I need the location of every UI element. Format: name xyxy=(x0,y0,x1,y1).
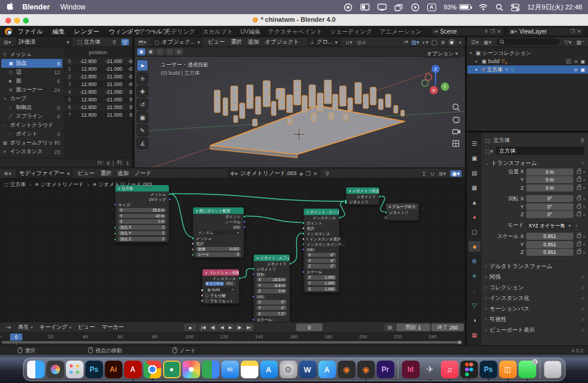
lock-icon[interactable] xyxy=(577,243,581,246)
measure-tool[interactable]: ∡ xyxy=(137,137,148,149)
editor-type-icon[interactable]: ☰▾ xyxy=(471,39,479,45)
frame-end-field[interactable]: 終了250 xyxy=(431,323,464,331)
apple-menu[interactable] xyxy=(7,2,14,12)
playback-button-0[interactable]: |◀ xyxy=(199,323,208,331)
node-tree-selector[interactable]: ❖▾ジオメトリノード.003 ◈ ❐ ✕ xyxy=(227,169,321,178)
workspace-tab-5[interactable]: シェーディング xyxy=(330,28,372,36)
table-row[interactable]: 4-12.800-21.0000 xyxy=(64,88,132,95)
value-field[interactable]: 0.951 xyxy=(526,249,573,256)
lock-icon[interactable] xyxy=(577,178,581,181)
value-field[interactable]: XYZ オイラー角▾ xyxy=(526,222,573,229)
app-launchpad[interactable] xyxy=(66,361,84,378)
lock-icon[interactable] xyxy=(577,213,581,216)
orientation-dropdown[interactable]: ⟂グロ...▾ xyxy=(307,38,341,47)
cursor-tool[interactable]: ✛ xyxy=(137,72,148,84)
value-field-Y[interactable]: Y0° xyxy=(257,306,287,311)
socket-in-empty[interactable] xyxy=(384,216,387,219)
data-tree-item-7[interactable]: ╱スプライン0 xyxy=(1,112,62,121)
workspace-tab-6[interactable]: アニメーション xyxy=(380,28,421,36)
properties-tab-particles[interactable]: ✳ xyxy=(469,270,480,281)
display-mode-icon[interactable]: ▣▾ xyxy=(483,39,491,45)
shading-solid-icon[interactable]: ⊕ xyxy=(441,39,446,45)
node-menu-3[interactable]: ノード xyxy=(135,170,152,177)
table-row[interactable]: 512.800-21.0000 xyxy=(64,95,132,103)
pin-icon[interactable]: ⚲ xyxy=(580,137,584,144)
viewport-menu-0[interactable]: ビュー xyxy=(208,38,225,46)
close-icon[interactable]: ✕ xyxy=(497,29,501,34)
socket-out-回転[interactable] xyxy=(243,226,246,229)
selectability-checkbox[interactable]: ✓ xyxy=(566,59,571,64)
timeline-ruler[interactable]: ‹ 020406080100120140160180200220240 0 xyxy=(0,333,465,345)
value-field-Z[interactable]: Z1.000 xyxy=(307,287,336,292)
playhead-frame-badge[interactable]: 0 xyxy=(10,334,22,341)
socket-in-子をリセット[interactable] xyxy=(201,299,204,302)
outliner-scene-collection[interactable]: ▾▣ シーンコレクション xyxy=(467,49,588,57)
value-field[interactable]: 0 m xyxy=(526,184,573,192)
camera-visibility-icon[interactable]: ▣ xyxy=(580,67,585,72)
rotate-tool[interactable]: ↺ xyxy=(137,98,148,110)
input-source-icon[interactable]: A xyxy=(427,4,436,11)
transform-panel-header[interactable]: ⌄ トランスフォーム ≡ xyxy=(485,159,584,168)
node-menu-2[interactable]: 追加 xyxy=(118,170,129,177)
data-tree-item-9[interactable]: ∵ポイント0 xyxy=(1,130,62,138)
select-invert-tool[interactable]: ⬚ xyxy=(165,48,174,55)
node-header[interactable]: ∨ 面にポイント配置 xyxy=(193,207,244,214)
properties-tab-physics[interactable]: ◌ xyxy=(469,285,480,296)
mode-dropdown[interactable]: ▢オブジェク...▾ xyxy=(151,38,203,47)
show-gizmo-icon[interactable]: 🞄▾ xyxy=(404,38,408,45)
properties-tab-object[interactable]: ■ xyxy=(469,241,480,252)
properties-tab-collection[interactable]: ▢ xyxy=(469,226,480,237)
node-distribute-points[interactable]: ∨ 面にポイント配置ポイントノーマル回転ランダム▾メッシュ選択密度0.010シー… xyxy=(192,207,244,258)
socket-in-ジオメトリ[interactable] xyxy=(344,199,347,204)
app-illustrator[interactable]: Ai xyxy=(105,361,122,378)
data-tree-item-6[interactable]: ○制御点0 xyxy=(1,103,62,112)
socket-in-サイズ:[interactable] xyxy=(114,203,117,206)
properties-tab-output[interactable]: ▤ xyxy=(469,167,480,178)
node-cube[interactable]: ∨ 立方体メッシュUVマップサイズ:X25.6 mY42 mZ1 m頂点 X2頂… xyxy=(115,184,170,243)
app-acrobat[interactable]: A xyxy=(124,361,142,378)
value-field-Z[interactable]: Z0° xyxy=(307,264,336,269)
viewport-menu-1[interactable]: 選択 xyxy=(231,38,242,46)
value-field-X[interactable]: X0° xyxy=(307,253,336,257)
socket-out-ジオメトリ[interactable] xyxy=(378,195,381,198)
app-classroom[interactable]: ☻ xyxy=(163,361,181,378)
viewlayer-name[interactable]: ViewLayer xyxy=(520,28,569,35)
data-tree-item-4[interactable]: ≋面コーナー24 xyxy=(1,85,62,94)
playback-button-5[interactable]: ▶| xyxy=(244,323,253,331)
value-field-X[interactable]: X0° xyxy=(257,300,287,305)
workspace-tab-3[interactable]: UV編集 xyxy=(241,28,261,36)
timeline-scrollbar[interactable] xyxy=(2,341,460,344)
value-field-Y[interactable]: Y42 m xyxy=(118,214,166,219)
panel-section-6[interactable]: ›ビューポート表示≡ xyxy=(485,325,584,335)
value-field-頂点 Y[interactable]: 頂点 Y2 xyxy=(118,231,166,236)
properties-tab-data[interactable]: ▽ xyxy=(469,300,480,311)
collection-field[interactable]: ▣ build✕ xyxy=(205,288,236,292)
workspace-tab-0[interactable]: レイアウト xyxy=(127,28,157,36)
socket-out-UVマップ[interactable] xyxy=(168,198,171,201)
app-meet[interactable] xyxy=(202,361,220,378)
node-header[interactable]: ∨ ポイント...タンス作成 xyxy=(304,209,339,215)
socket-in-選択[interactable] xyxy=(302,227,305,230)
breadcrumb-segment-2[interactable]: ❖ ジオメトリノード.003 xyxy=(92,181,152,189)
battery-icon[interactable]: 93% xyxy=(444,4,471,11)
select-extend-tool[interactable]: ▣ xyxy=(147,48,155,55)
topbar-menu-2[interactable]: レンダー xyxy=(74,28,99,36)
node-transform-geometry[interactable]: ∨ ジオメト...スフォームジオメトリジオメトリ移動:X-16.6 mY-6.8… xyxy=(253,254,290,322)
outliner-search-input[interactable] xyxy=(496,38,560,45)
app-rocket[interactable]: ✈ xyxy=(421,361,439,378)
value-field[interactable]: 0 m xyxy=(526,169,573,176)
select-intersect-tool[interactable]: ⊡ xyxy=(175,48,183,55)
panel-section-3[interactable]: ›インスタンス化≡ xyxy=(485,293,584,303)
socket-in-collection[interactable] xyxy=(201,289,204,292)
checkbox-子をリセット[interactable]: 子をリセット xyxy=(205,298,236,303)
panel-section-0[interactable]: ›デルタトランスフォーム xyxy=(485,261,584,272)
properties-tab-modifiers[interactable]: ⚙ xyxy=(469,256,480,266)
macbar-app-name[interactable]: Blender xyxy=(22,3,50,11)
node-header[interactable]: ∨ ジオメトリ統合 xyxy=(346,187,379,194)
snap-icon[interactable]: ∪▾ xyxy=(346,39,353,45)
value-field[interactable]: 0° xyxy=(526,195,573,202)
workspace-tab-4[interactable]: テクスチャペイント xyxy=(268,28,322,36)
control-center-icon[interactable] xyxy=(511,4,520,11)
window-manager-icon[interactable] xyxy=(360,4,370,11)
socket-in-選択[interactable] xyxy=(191,242,194,245)
